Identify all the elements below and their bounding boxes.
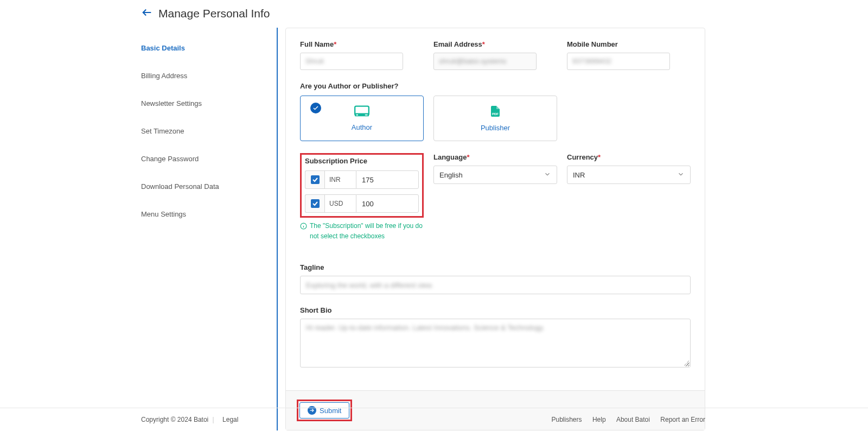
footer-report-link[interactable]: Report an Error: [660, 416, 705, 423]
language-select[interactable]: English: [433, 166, 557, 184]
price-row-usd: USD 100: [305, 194, 419, 213]
svg-text:PDF: PDF: [492, 112, 499, 116]
footer-copyright: Copyright © 2024 Batoi: [141, 416, 208, 423]
subscription-hint: The "Subscription" will be free if you d…: [300, 221, 424, 242]
sidebar: Basic Details Billing Address Newsletter…: [141, 28, 278, 430]
role-publisher[interactable]: PDF Publisher: [433, 96, 557, 141]
page-title: Manage Personal Info: [158, 7, 270, 20]
short-bio-input[interactable]: Hi reader. Up-to-date information. Lates…: [300, 319, 691, 367]
price-inr-value[interactable]: 175: [356, 170, 419, 189]
price-row-inr: INR 175: [305, 170, 419, 189]
footer-publishers-link[interactable]: Publishers: [552, 416, 582, 423]
subscription-price-highlight: Subscription Price INR 175: [300, 153, 424, 218]
price-inr-currency: INR: [324, 170, 356, 189]
sidebar-item-billing-address[interactable]: Billing Address: [141, 67, 271, 84]
price-usd-checkbox[interactable]: [305, 194, 324, 213]
chevron-down-icon: [544, 170, 551, 180]
language-label: Language*: [433, 153, 557, 161]
currency-label: Currency*: [567, 153, 691, 161]
mobile-label: Mobile Number: [567, 40, 691, 48]
full-name-label: Full Name*: [300, 40, 424, 48]
sidebar-item-change-password[interactable]: Change Password: [141, 150, 271, 167]
price-usd-value[interactable]: 100: [356, 194, 419, 213]
price-usd-currency: USD: [324, 194, 356, 213]
footer-about-link[interactable]: About Batoi: [616, 416, 650, 423]
footer-legal-link[interactable]: Legal: [222, 416, 238, 423]
footer-help-link[interactable]: Help: [592, 416, 606, 423]
role-author[interactable]: Author: [300, 96, 424, 141]
form-panel: Full Name* Shruti Email Address* shruti@…: [285, 28, 705, 430]
author-icon: [354, 105, 369, 119]
page-footer: Copyright © 2024 Batoi | Legal Publisher…: [0, 408, 868, 431]
role-question-label: Are you Author or Publisher?: [300, 82, 691, 90]
svg-rect-6: [311, 175, 320, 184]
email-label: Email Address*: [433, 40, 557, 48]
role-publisher-label: Publisher: [481, 124, 510, 132]
tagline-label: Tagline: [300, 263, 691, 271]
publisher-icon: PDF: [489, 105, 502, 119]
sidebar-item-basic-details[interactable]: Basic Details: [141, 40, 271, 56]
chevron-down-icon: [677, 170, 685, 180]
svg-rect-4: [365, 115, 368, 116]
role-author-label: Author: [352, 123, 372, 131]
sidebar-item-newsletter-settings[interactable]: Newsletter Settings: [141, 95, 271, 112]
back-arrow-icon[interactable]: [141, 7, 153, 20]
sidebar-item-set-timezone[interactable]: Set Timezone: [141, 123, 271, 140]
price-inr-checkbox[interactable]: [305, 170, 324, 189]
subscription-price-label: Subscription Price: [305, 157, 419, 165]
check-icon: [310, 103, 321, 113]
svg-rect-7: [311, 199, 320, 208]
currency-select[interactable]: INR: [567, 166, 691, 184]
sidebar-item-download-personal-data[interactable]: Download Personal Data: [141, 178, 271, 195]
sidebar-item-menu-settings[interactable]: Menu Settings: [141, 206, 271, 223]
tagline-input[interactable]: Exploring the world, with a different vi…: [300, 276, 691, 294]
svg-rect-3: [356, 115, 359, 116]
short-bio-label: Short Bio: [300, 306, 691, 314]
